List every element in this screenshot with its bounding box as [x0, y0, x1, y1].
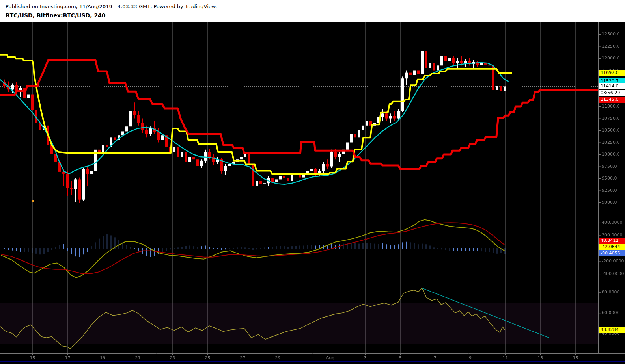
chart-canvas[interactable] [0, 0, 625, 364]
chart-header: Published on Investing.com, 11/Aug/2019 … [0, 0, 625, 22]
symbol-title: BTC/USD, Bitfinex:BTC/USD, 240 [6, 12, 106, 19]
time-axis[interactable] [0, 353, 598, 360]
chart-window: Published on Investing.com, 11/Aug/2019 … [0, 0, 625, 364]
published-line: Published on Investing.com, 11/Aug/2019 … [6, 4, 217, 9]
price-axis[interactable] [598, 22, 625, 353]
